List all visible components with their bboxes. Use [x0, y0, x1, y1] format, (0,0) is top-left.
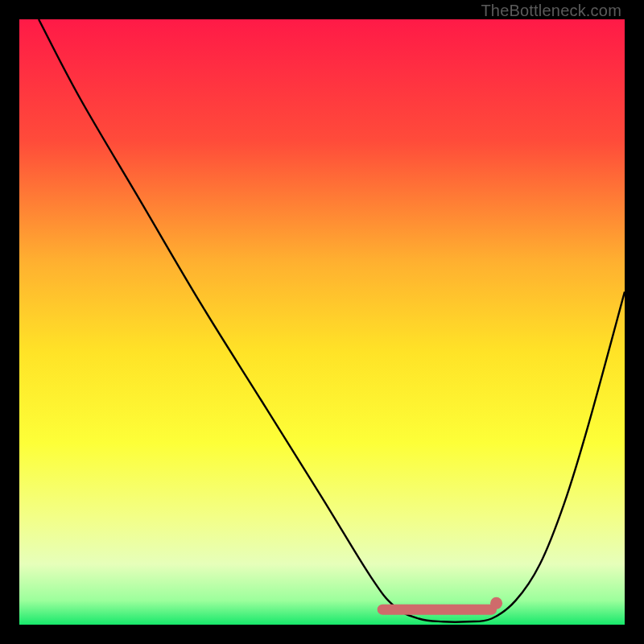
chart-frame: [19, 19, 625, 625]
optimal-range-end-dot: [490, 597, 502, 609]
gradient-background: [19, 19, 625, 625]
watermark-text: TheBottleneck.com: [481, 2, 621, 20]
bottleneck-chart: [19, 19, 625, 625]
